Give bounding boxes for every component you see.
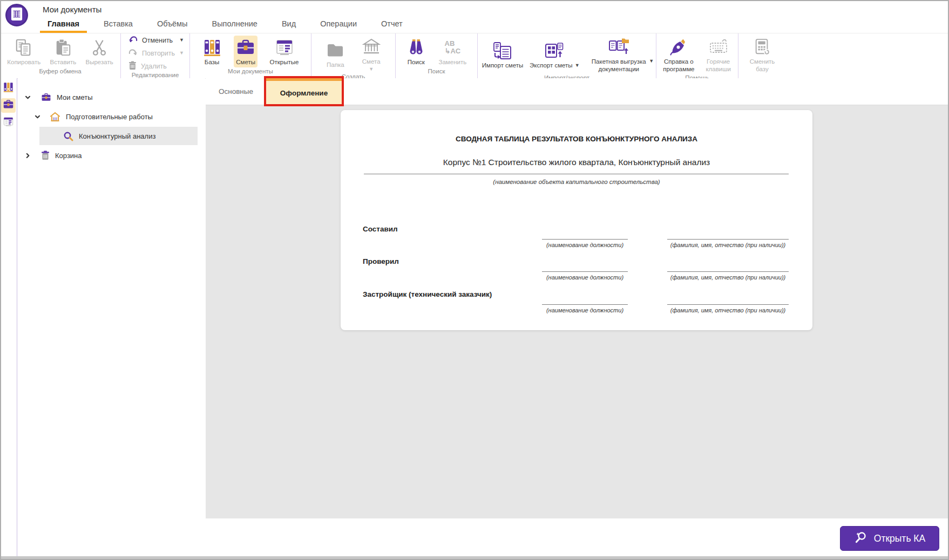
opened-docs-icon (3, 116, 14, 129)
cut-button[interactable]: Вырезать (84, 36, 116, 68)
ribbon-group-create: Папка Смета ▼ Создать (311, 33, 396, 78)
position-underline (542, 289, 628, 305)
footer-bar: Открыть КА (206, 518, 948, 556)
titlebar: Мои документы Главная Вставка Объёмы Вып… (0, 0, 949, 33)
group-label-mydocs: Мои документы (190, 68, 311, 78)
delete-button[interactable]: Удалить (128, 61, 189, 72)
export-dropdown-caret[interactable]: ▼ (575, 63, 580, 68)
chevron-down-icon[interactable] (24, 94, 31, 101)
briefcase-icon (41, 92, 51, 103)
menu-tab-glavnaya[interactable]: Главная (48, 19, 79, 28)
document-preview-card: СВОДНАЯ ТАБЛИЦА РЕЗУЛЬТАТОВ КОНЪЮНКТУРНО… (341, 110, 812, 330)
document-tab-bar: Основные Оформление (206, 78, 948, 105)
tree-item-conjuncture-analysis[interactable]: Конъюнктурный анализ (39, 127, 198, 145)
estimates-tree: Мои сметы Подготовительные работы Конъюн… (18, 78, 205, 556)
menu-tab-obyomy[interactable]: Объёмы (157, 19, 188, 28)
export-estimate-button[interactable]: Экспорт сметы▼ (527, 39, 582, 71)
group-label-search: Поиск (396, 68, 477, 78)
ribbon-group-editing: Отменить ▼ Повторить ▼ Удалить Редактиро… (121, 33, 190, 78)
ribbon-group-help: Справка о программе Горячие клавиши Помо… (656, 33, 738, 78)
undo-button[interactable]: Отменить ▼ (128, 35, 189, 45)
position-field: (наименование должности) (542, 256, 628, 281)
new-estimate-button[interactable]: Смета ▼ (360, 35, 383, 73)
menu-tab-operacii[interactable]: Операции (320, 19, 357, 28)
batch-export-button[interactable]: Пакетная выгрузка документации▼ (584, 35, 654, 74)
tree-item-my-estimates[interactable]: Мои сметы (18, 87, 205, 107)
estimates-button[interactable]: Сметы (234, 36, 257, 68)
menu-tab-vid[interactable]: Вид (282, 19, 296, 28)
undo-icon (128, 35, 138, 45)
strip-opened-button[interactable] (1, 115, 16, 130)
fullname-caption: (фамилия, имя, отчество (при наличии)) (667, 240, 789, 248)
calculator-icon (753, 37, 771, 57)
briefcase-icon (3, 99, 14, 112)
ribbon-group-importexport: Импорт сметы Экспорт сметы▼ Пакетная выг… (478, 33, 656, 78)
new-estimate-dropdown-caret[interactable]: ▼ (369, 67, 374, 72)
trash-icon (41, 151, 50, 160)
content-area: Основные Оформление СВОДНАЯ ТАБЛИЦА РЕЗУ… (206, 78, 948, 556)
bases-button[interactable]: Базы (200, 36, 224, 68)
tree-item-recycle-bin[interactable]: Корзина (18, 146, 205, 165)
ribbon-group-switchbase: Сменить базу (738, 33, 821, 78)
redo-icon (128, 48, 138, 58)
chevron-right-icon[interactable] (24, 152, 31, 159)
menu-tab-vypolnenie[interactable]: Выполнение (212, 19, 257, 28)
field-label: Проверил (363, 257, 399, 265)
switch-base-button[interactable]: Сменить базу (745, 35, 779, 74)
redo-button[interactable]: Повторить ▼ (128, 48, 189, 58)
side-icon-strip (0, 78, 17, 556)
ribbon: Копировать Вставить Вырезать Буфер обмен… (0, 33, 949, 79)
field-label: Составил (363, 225, 398, 233)
batch-export-dropdown-caret[interactable]: ▼ (649, 59, 654, 64)
fullname-underline (667, 223, 789, 240)
keyboard-icon (708, 37, 729, 57)
object-name-underline (364, 174, 789, 174)
object-name-caption: (наименование объекта капитального строи… (341, 179, 812, 185)
preview-background: СВОДНАЯ ТАБЛИЦА РЕЗУЛЬТАТОВ КОНЪЮНКТУРНО… (206, 105, 948, 518)
search-button[interactable]: Поиск (404, 36, 428, 68)
scissors-icon (90, 37, 109, 58)
about-button[interactable]: Справка о программе (659, 35, 699, 74)
building-icon (362, 37, 381, 57)
magnifier-icon (854, 530, 868, 547)
copy-icon (15, 37, 33, 58)
spreadsheet-logo-icon (11, 7, 23, 23)
fullname-field: (фамилия, имя, отчество (при наличии)) (667, 223, 789, 248)
menu-tab-otchet[interactable]: Отчет (381, 19, 403, 28)
chevron-down-icon[interactable] (34, 113, 41, 120)
position-field: (наименование должности) (542, 223, 628, 248)
paste-icon (54, 37, 72, 58)
menu-tab-vstavka[interactable]: Вставка (104, 19, 133, 28)
app-logo (5, 4, 28, 26)
replace-button[interactable]: AB↳AC Заменить (437, 36, 469, 68)
fullname-field: (фамилия, имя, отчество (при наличии)) (667, 256, 789, 281)
ribbon-filler (821, 33, 949, 78)
import-estimate-button[interactable]: Импорт сметы (480, 39, 526, 71)
position-field: (наименование должности) (542, 289, 628, 313)
position-underline (542, 223, 628, 240)
strip-estimates-button[interactable] (1, 98, 16, 113)
copy-button[interactable]: Копировать (5, 36, 43, 68)
tab-main[interactable]: Основные (206, 78, 266, 105)
new-folder-button[interactable]: Папка (323, 38, 347, 71)
binders-icon (202, 37, 222, 58)
undo-dropdown-caret[interactable]: ▼ (179, 38, 184, 43)
group-label-editing: Редактирование (121, 72, 189, 78)
field-row-developer: Застройщик (технический заказчик) (наиме… (341, 289, 812, 320)
strip-bases-button[interactable] (1, 81, 16, 95)
redo-dropdown-caret[interactable]: ▼ (179, 51, 184, 56)
window-title: Мои документы (43, 5, 101, 14)
briefcase-icon (236, 37, 255, 58)
export-icon (544, 40, 565, 61)
opened-button[interactable]: Открытые (268, 36, 301, 68)
hotkeys-button[interactable]: Горячие клавиши (701, 35, 736, 74)
fullname-underline (667, 289, 789, 305)
fullname-caption: (фамилия, имя, отчество (при наличии)) (667, 305, 789, 313)
open-ka-button[interactable]: Открыть КА (840, 526, 939, 551)
paste-button[interactable]: Вставить (48, 36, 78, 68)
object-name: Корпус №1 Строительство жилого квартала,… (341, 158, 812, 167)
tab-design[interactable]: Оформление (266, 78, 342, 105)
tree-item-prep-works[interactable]: Подготовительные работы (18, 107, 205, 126)
fullname-underline (667, 256, 789, 272)
magnifier-icon (63, 131, 73, 141)
